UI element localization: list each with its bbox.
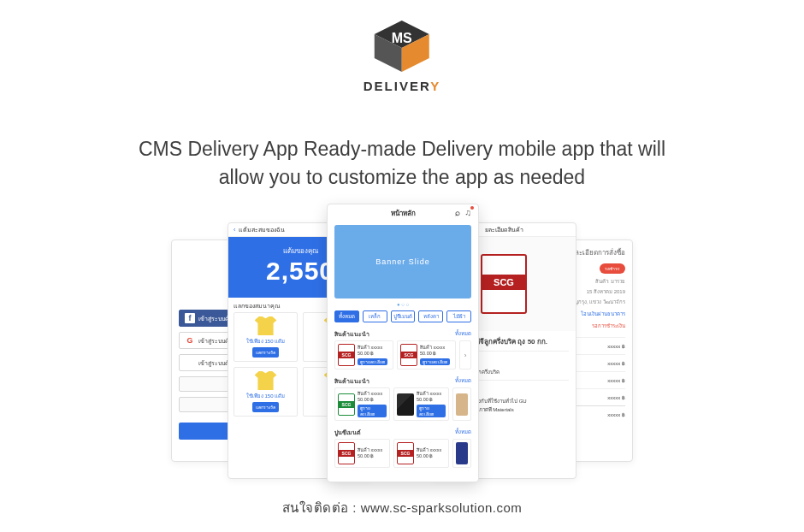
order-amount: xxxxx ฿ — [607, 360, 625, 366]
panel-home: หน้าหลัก ⌕ ♫ Banner Slide ● ○ ○ ทั้งหมด … — [327, 204, 479, 482]
reward-card[interactable]: ใช้เพียง 150 แต้ม แลกรางวัล — [234, 312, 298, 362]
back-icon[interactable]: ‹ — [234, 227, 235, 233]
footer-site[interactable]: www.sc-sparksolution.com — [361, 500, 523, 515]
reward-cost: ใช้เพียง 150 แต้ม — [246, 337, 285, 346]
product-card[interactable] — [452, 387, 471, 421]
order-grand-total: xxxxx ฿ — [607, 411, 625, 420]
footer-contact: สนใจติดต่อ : www.sc-sparksolution.com — [0, 498, 804, 518]
wood-icon — [456, 393, 468, 416]
product-detail-button[interactable]: ดูรายละเอียด — [358, 358, 387, 366]
product-name: สินค้า xxxxx — [358, 447, 382, 453]
product-card[interactable]: สินค้า xxxxx 50.00 ฿ ดูรายละเอียด — [393, 387, 449, 421]
home-banner[interactable]: Banner Slide — [334, 225, 471, 299]
logo-text-main: DELIVER — [364, 79, 430, 93]
product-card[interactable]: สินค้า xxxxx 50.00 ฿ ดูรายละเอียด — [334, 387, 390, 421]
product-price: 50.00 ฿ — [417, 453, 441, 459]
scg-bag-icon — [400, 344, 417, 366]
redeem-button[interactable]: แลกรางวัล — [252, 402, 279, 412]
product-name: สินค้า xxxxx — [358, 391, 387, 397]
order-amount: xxxxx ฿ — [607, 343, 625, 349]
scg-bag-icon — [338, 344, 355, 366]
see-all-link[interactable]: ทั้งหมด — [455, 428, 471, 437]
tab-roof[interactable]: หลังคา — [418, 310, 443, 322]
scg-bag-icon — [338, 393, 355, 416]
home-title: หน้าหลัก — [391, 208, 416, 219]
cement-icon — [456, 442, 468, 464]
page-headline: CMS Delivery App Ready-made Delivery mob… — [128, 135, 676, 192]
product-card[interactable]: สินค้า xxxxx 50.00 ฿ ดูรายละเอียด — [334, 340, 393, 369]
scg-bag-icon — [338, 442, 355, 464]
product-detail-button[interactable]: ดูรายละเอียด — [420, 358, 450, 366]
product-card[interactable]: สินค้า xxxxx 50.00 ฿ — [334, 439, 390, 468]
order-status-badge: รอชำระ — [600, 263, 625, 274]
home-tabs: ทั้งหมด เหล็ก ปูซีเมนต์ หลังคา ไม้ฝ้า — [328, 307, 478, 326]
product-name: สินค้า xxxxx — [417, 447, 441, 453]
scg-bag-icon — [397, 442, 414, 464]
product-price: 50.00 ฿ — [358, 397, 387, 403]
product-price: 50.00 ฿ — [420, 351, 450, 357]
plank-icon — [397, 393, 414, 416]
redeem-button[interactable]: แลกรางวัล — [252, 347, 279, 358]
shirt-icon — [255, 371, 277, 390]
product-detail-button[interactable]: ดูรายละเอียด — [417, 405, 446, 417]
product-name: สินค้า xxxxx — [417, 391, 446, 397]
tab-wood[interactable]: ไม้ฝ้า — [446, 310, 471, 322]
home-section-title: ปูนซีเมนต์ — [334, 428, 361, 437]
tab-steel[interactable]: เหล็ก — [363, 310, 387, 322]
product-name: สินค้า xxxxx — [358, 345, 387, 351]
search-icon[interactable]: ⌕ — [455, 208, 460, 217]
order-amount: xxxxx ฿ — [607, 377, 625, 383]
order-amount: xxxxx ฿ — [607, 394, 625, 400]
product-price: 50.00 ฿ — [358, 453, 382, 459]
apple-icon — [185, 358, 195, 368]
google-icon: G — [185, 335, 195, 346]
shirt-icon — [255, 316, 277, 335]
screenshots-stage: SHOP f เข้าสู่ระบบด้วย G เข้าสู่ระบบด้วย… — [0, 204, 804, 486]
product-price: 50.00 ฿ — [417, 397, 446, 403]
home-section-title: สินค้าแนะนำ — [334, 376, 369, 386]
product-detail-button[interactable]: ดูรายละเอียด — [358, 405, 387, 417]
facebook-icon: f — [185, 313, 195, 323]
product-name: สินค้า xxxxx — [420, 345, 450, 351]
product-card[interactable]: สินค้า xxxxx 50.00 ฿ — [393, 439, 449, 468]
logo-cube-icon: MS — [368, 19, 436, 74]
reward-cost: ใช้เพียง 150 แต้ม — [246, 392, 285, 400]
logo-text-accent: Y — [430, 79, 440, 93]
see-all-link[interactable]: ทั้งหมด — [455, 329, 471, 339]
scg-bag-icon — [481, 254, 527, 314]
svg-text:MS: MS — [392, 31, 412, 45]
brand-logo: MS DELIVERY — [364, 19, 440, 93]
home-section-title: สินค้าแนะนำ — [334, 329, 369, 339]
footer-label: สนใจติดต่อ : — [282, 500, 361, 515]
detail-title: ยละเอียดสินค้า — [485, 225, 523, 234]
points-header: แต้มสะสมของฉัน — [239, 225, 285, 234]
reward-card[interactable]: ใช้เพียง 150 แต้ม แลกรางวัล — [234, 367, 298, 417]
bell-icon[interactable]: ♫ — [465, 208, 472, 217]
product-card[interactable] — [452, 439, 471, 468]
tab-all[interactable]: ทั้งหมด — [334, 310, 359, 322]
product-price: 50.00 ฿ — [358, 351, 387, 357]
product-card[interactable]: สินค้า xxxxx 50.00 ฿ ดูรายละเอียด — [397, 340, 456, 369]
see-all-link[interactable]: ทั้งหมด — [455, 376, 471, 386]
chevron-right-icon[interactable]: › — [459, 340, 471, 369]
tab-cement[interactable]: ปูซีเมนต์ — [391, 310, 416, 322]
